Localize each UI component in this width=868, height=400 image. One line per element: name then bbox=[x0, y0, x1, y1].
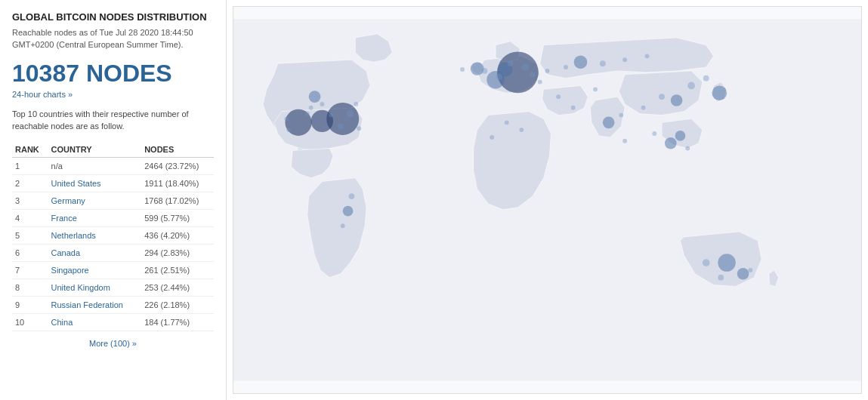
sidebar: GLOBAL BITCOIN NODES DISTRIBUTION Reacha… bbox=[0, 0, 227, 400]
more-link[interactable]: More (100) » bbox=[12, 339, 214, 348]
cell-rank: 7 bbox=[12, 261, 48, 278]
dot-32 bbox=[652, 131, 656, 136]
dot-26 bbox=[349, 193, 355, 199]
chart-link[interactable]: 24-hour charts » bbox=[12, 90, 73, 99]
cell-country[interactable]: Netherlands bbox=[48, 226, 142, 244]
cell-rank: 3 bbox=[12, 192, 48, 209]
table-row: 5Netherlands436 (4.20%) bbox=[12, 226, 214, 244]
dot-38 bbox=[357, 126, 361, 131]
dot-17 bbox=[659, 94, 665, 100]
bubble-singapore bbox=[665, 137, 677, 149]
col-country: COUNTRY bbox=[48, 142, 142, 158]
cell-rank: 8 bbox=[12, 278, 48, 296]
cell-country[interactable]: United States bbox=[48, 174, 142, 192]
dot-4 bbox=[305, 112, 310, 116]
dot-25 bbox=[490, 135, 494, 140]
dot-12 bbox=[600, 60, 606, 66]
cell-nodes: 184 (1.77%) bbox=[141, 313, 214, 331]
dot-13 bbox=[622, 57, 627, 62]
cell-rank: 9 bbox=[12, 296, 48, 313]
dot-28 bbox=[703, 259, 710, 266]
cell-country[interactable]: Singapore bbox=[48, 261, 142, 278]
dot-37 bbox=[354, 102, 358, 106]
dot-15 bbox=[687, 82, 695, 90]
cell-nodes: 2464 (23.72%) bbox=[141, 157, 214, 174]
cell-country[interactable]: China bbox=[48, 313, 142, 331]
cell-rank: 6 bbox=[12, 244, 48, 261]
dot-19 bbox=[619, 113, 623, 118]
cell-country[interactable]: Russian Federation bbox=[48, 296, 142, 313]
table-row: 7Singapore261 (2.51%) bbox=[12, 261, 214, 278]
dot-30 bbox=[748, 268, 752, 272]
cell-country[interactable]: Germany bbox=[48, 192, 142, 209]
cell-country[interactable]: Canada bbox=[48, 244, 142, 261]
subtitle: Reachable nodes as of Tue Jul 28 2020 18… bbox=[12, 27, 214, 51]
dot-7 bbox=[530, 72, 536, 78]
dot-40 bbox=[496, 74, 502, 80]
cell-country[interactable]: France bbox=[48, 209, 142, 226]
dot-5 bbox=[286, 128, 291, 132]
dot-36 bbox=[284, 117, 289, 122]
dot-24 bbox=[519, 128, 524, 132]
table-row: 2United States1911 (18.40%) bbox=[12, 174, 214, 192]
bubble-brazil bbox=[343, 206, 354, 217]
cell-nodes: 436 (4.20%) bbox=[141, 226, 214, 244]
table-row: 6Canada294 (2.83%) bbox=[12, 244, 214, 261]
cell-rank: 2 bbox=[12, 174, 48, 192]
dot-3 bbox=[347, 110, 354, 118]
dot-6 bbox=[521, 63, 529, 71]
dot-11 bbox=[564, 65, 568, 69]
cell-nodes: 226 (2.18%) bbox=[141, 296, 214, 313]
bubble-australia bbox=[718, 254, 735, 271]
col-rank: RANK bbox=[12, 142, 48, 158]
dot-20 bbox=[593, 87, 598, 91]
dot-10 bbox=[545, 69, 550, 73]
bubble-uk bbox=[471, 62, 484, 75]
col-nodes: NODES bbox=[141, 142, 214, 158]
cell-country[interactable]: United Kingdom bbox=[48, 278, 142, 296]
cell-nodes: 253 (2.44%) bbox=[141, 278, 214, 296]
dot-34 bbox=[320, 102, 324, 106]
dot-41 bbox=[538, 80, 542, 85]
dot-33 bbox=[622, 139, 627, 143]
dot-2 bbox=[329, 113, 333, 118]
cell-nodes: 294 (2.83%) bbox=[141, 244, 214, 261]
dot-39 bbox=[460, 67, 465, 72]
dot-9 bbox=[481, 68, 487, 74]
cell-country: n/a bbox=[48, 157, 142, 174]
table-row: 9Russian Federation226 (2.18%) bbox=[12, 296, 214, 313]
page-title: GLOBAL BITCOIN NODES DISTRIBUTION bbox=[12, 11, 214, 24]
bubble-japan bbox=[712, 85, 727, 100]
cell-nodes: 599 (5.77%) bbox=[141, 209, 214, 226]
dot-8 bbox=[508, 60, 514, 66]
table-row: 4France599 (5.77%) bbox=[12, 209, 214, 226]
country-table: RANK COUNTRY NODES 1n/a2464 (23.72%)2Uni… bbox=[12, 142, 214, 331]
cell-rank: 1 bbox=[12, 157, 48, 174]
dot-27 bbox=[341, 223, 345, 228]
dot-1 bbox=[338, 123, 344, 129]
table-row: 1n/a2464 (23.72%) bbox=[12, 157, 214, 174]
cell-rank: 10 bbox=[12, 313, 48, 331]
cell-nodes: 261 (2.51%) bbox=[141, 261, 214, 278]
cell-rank: 4 bbox=[12, 209, 48, 226]
dot-16 bbox=[703, 75, 709, 82]
bubble-china bbox=[671, 94, 683, 106]
dot-18 bbox=[641, 106, 646, 110]
bubble-sydney bbox=[737, 268, 749, 280]
table-row: 10China184 (1.77%) bbox=[12, 313, 214, 331]
table-row: 3Germany1768 (17.02%) bbox=[12, 192, 214, 209]
dot-22 bbox=[571, 106, 576, 110]
table-row: 8United Kingdom253 (2.44%) bbox=[12, 278, 214, 296]
cell-nodes: 1768 (17.02%) bbox=[141, 192, 214, 209]
dot-23 bbox=[505, 120, 509, 125]
dot-21 bbox=[556, 94, 561, 99]
dot-14 bbox=[645, 54, 650, 58]
dot-35 bbox=[309, 106, 314, 110]
bubble-india bbox=[603, 117, 615, 129]
bubble-se-asia bbox=[675, 131, 686, 141]
bubble-canada bbox=[309, 91, 321, 103]
dot-29 bbox=[718, 275, 724, 281]
nodes-count: 10387 NODES bbox=[12, 60, 214, 88]
dot-31 bbox=[685, 146, 690, 151]
world-map bbox=[233, 6, 862, 394]
